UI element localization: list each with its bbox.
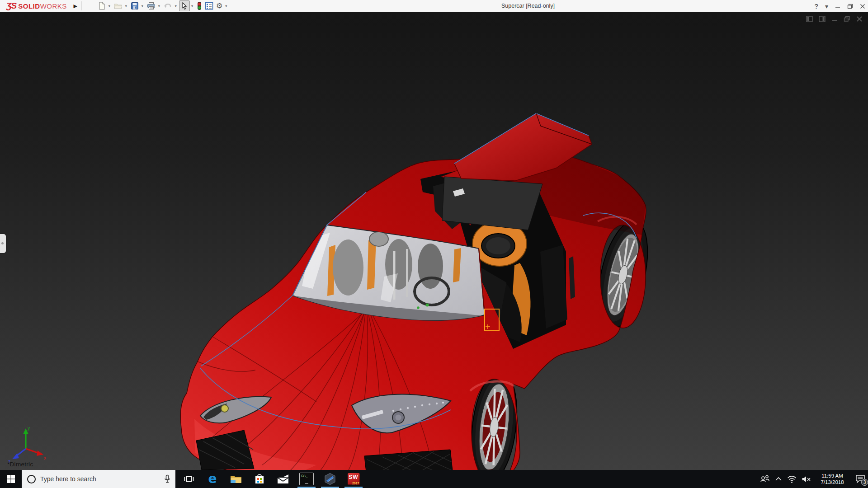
taskbar-clock[interactable]: 11:59 AM 7/13/2018 bbox=[816, 473, 849, 485]
undo-button[interactable] bbox=[162, 0, 174, 11]
clock-date: 7/13/2018 bbox=[816, 479, 849, 485]
select-cursor-icon bbox=[180, 2, 189, 10]
triad-x-label: x bbox=[44, 455, 46, 460]
save-button[interactable] bbox=[129, 0, 140, 11]
taskbar-apps: e C:\_ bbox=[177, 470, 365, 488]
save-icon bbox=[131, 2, 139, 10]
titlebar: ƷS SOLID WORKS ▶ ▾ ▾ ▾ bbox=[0, 0, 868, 12]
clock-time: 11:59 AM bbox=[816, 473, 849, 479]
solidworks-logo-works: WORKS bbox=[40, 2, 67, 10]
hexagon-app-icon bbox=[324, 473, 336, 485]
options-caret[interactable]: ▾ bbox=[225, 4, 227, 8]
mail-icon bbox=[277, 474, 289, 484]
close-button[interactable] bbox=[860, 4, 865, 9]
window-controls: ? ▾ bbox=[814, 0, 865, 12]
graphics-viewport[interactable]: x y z *Dimetric bbox=[0, 12, 868, 470]
minimize-button[interactable] bbox=[835, 4, 840, 9]
task-view-icon bbox=[184, 474, 194, 484]
supercar-model[interactable] bbox=[180, 113, 656, 470]
system-tray: 11:59 AM 7/13/2018 3 bbox=[760, 470, 867, 488]
view-orientation-label: *Dimetric bbox=[7, 461, 33, 468]
open-folder-icon bbox=[114, 2, 123, 10]
windows-logo-icon bbox=[6, 474, 15, 483]
gear-icon: ⚙ bbox=[216, 2, 222, 9]
new-document-icon bbox=[98, 2, 106, 10]
select-caret[interactable]: ▾ bbox=[191, 4, 193, 8]
properties-list-icon bbox=[205, 2, 213, 10]
solidworks-logo-mark: ƷS bbox=[6, 1, 16, 11]
store-icon bbox=[254, 474, 265, 484]
traffic-light-icon bbox=[197, 1, 202, 10]
door-inner-panel[interactable] bbox=[442, 177, 542, 230]
cortana-icon bbox=[27, 475, 36, 483]
folder-icon bbox=[230, 474, 242, 484]
store-button[interactable] bbox=[248, 470, 271, 488]
right-headlight-lens-inner bbox=[396, 415, 401, 421]
toolbar-separator bbox=[81, 1, 82, 10]
viewport-canvas[interactable]: x y z bbox=[0, 12, 868, 470]
open-button[interactable] bbox=[113, 0, 124, 11]
quick-toolbar: ▾ ▾ ▾ ▾ bbox=[96, 0, 229, 11]
print-caret[interactable]: ▾ bbox=[158, 4, 160, 8]
rebuild-button[interactable] bbox=[195, 0, 203, 11]
menu-flyout-arrow-icon[interactable]: ▶ bbox=[71, 3, 80, 9]
sw-letters: SW bbox=[348, 474, 360, 480]
print-icon bbox=[147, 2, 156, 10]
people-icon[interactable] bbox=[760, 474, 770, 483]
wifi-icon[interactable] bbox=[787, 475, 797, 483]
solidworks-logo-solid: SOLID bbox=[18, 2, 40, 10]
hexagon-app-button[interactable] bbox=[318, 470, 342, 488]
close-icon bbox=[860, 4, 865, 9]
microphone-icon[interactable] bbox=[164, 474, 171, 483]
left-headlight-lens bbox=[221, 405, 228, 412]
sw-year: 2017 bbox=[352, 482, 359, 485]
volume-muted-icon[interactable] bbox=[802, 475, 811, 483]
triad-y-label: y bbox=[28, 426, 30, 431]
minimize-icon bbox=[835, 4, 840, 9]
task-view-button[interactable] bbox=[177, 470, 201, 488]
properties-button[interactable] bbox=[203, 0, 215, 11]
file-explorer-button[interactable] bbox=[224, 470, 248, 488]
restore-button[interactable] bbox=[847, 4, 853, 9]
restore-icon bbox=[847, 4, 853, 9]
command-prompt-icon: C:\_ bbox=[299, 473, 314, 485]
orientation-triad: x y z bbox=[8, 426, 46, 464]
options-button[interactable]: ⚙ bbox=[215, 0, 224, 11]
select-tool-button[interactable] bbox=[179, 0, 190, 11]
edge-icon: e bbox=[208, 473, 217, 485]
solidworks-icon: SW 2017 bbox=[348, 473, 360, 485]
edge-button[interactable]: e bbox=[201, 470, 224, 488]
start-button[interactable] bbox=[0, 470, 22, 488]
cmd-glyph-text: C:\_ bbox=[301, 474, 307, 477]
cmd-button[interactable]: C:\_ bbox=[295, 470, 318, 488]
help-caret[interactable]: ▾ bbox=[825, 3, 828, 10]
new-document-button[interactable] bbox=[96, 0, 107, 11]
action-center-button[interactable]: 3 bbox=[854, 470, 867, 488]
undo-caret[interactable]: ▾ bbox=[175, 4, 177, 8]
print-button[interactable] bbox=[146, 0, 157, 11]
taskbar-search[interactable]: Type here to search bbox=[22, 470, 175, 488]
new-caret[interactable]: ▾ bbox=[108, 4, 110, 8]
solidworks-button[interactable]: SW 2017 bbox=[342, 470, 365, 488]
mail-button[interactable] bbox=[271, 470, 295, 488]
solidworks-logo: ƷS SOLID WORKS bbox=[6, 1, 67, 11]
open-caret[interactable]: ▾ bbox=[125, 4, 127, 8]
undo-icon bbox=[164, 2, 172, 10]
taskbar: Type here to search e bbox=[0, 470, 868, 488]
window-title: Supercar [Read-only] bbox=[501, 0, 555, 12]
notification-badge: 3 bbox=[861, 479, 868, 486]
search-placeholder-text: Type here to search bbox=[40, 475, 164, 483]
save-caret[interactable]: ▾ bbox=[142, 4, 143, 8]
help-button[interactable]: ? bbox=[814, 3, 818, 10]
chevron-up-icon[interactable] bbox=[775, 477, 782, 481]
